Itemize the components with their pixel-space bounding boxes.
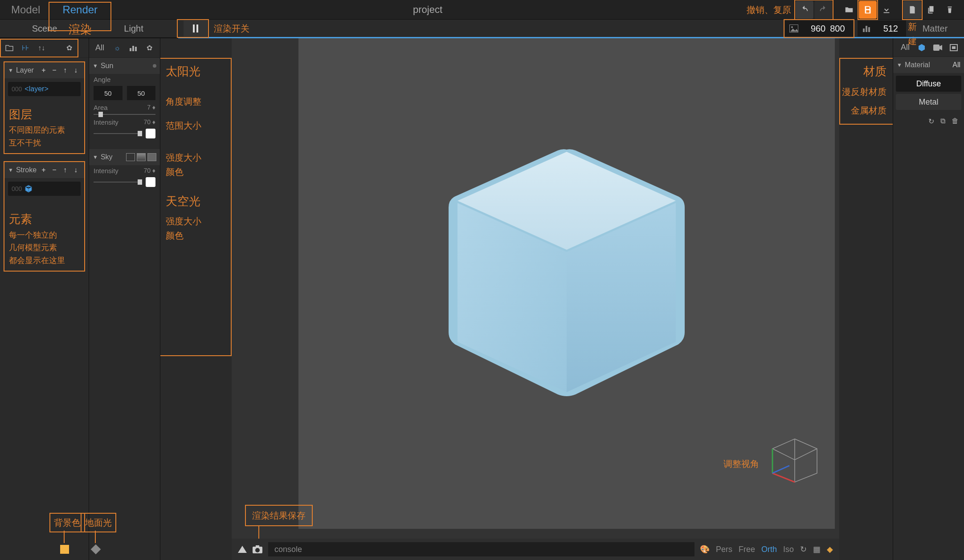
angle-label: Angle [94,76,155,83]
box-icon[interactable]: ◆ [827,544,833,554]
tab-model[interactable]: Model [0,0,51,19]
gizmo-annotation: 调整视角 [723,457,764,471]
view-iso[interactable]: Iso [783,545,794,554]
copy-button[interactable] [922,1,940,19]
console-input[interactable]: console [268,542,694,556]
view-pers[interactable]: Pers [716,545,732,554]
new-button[interactable] [903,1,921,19]
material-frame-button[interactable] [947,41,960,54]
save-button[interactable] [859,1,877,19]
material-cube-button[interactable] [915,41,928,54]
svg-rect-0 [193,24,195,32]
svg-line-11 [772,473,795,482]
layer-down-button[interactable]: ↓ [71,65,81,75]
svg-rect-4 [863,28,865,32]
chevron-down-icon: ▼ [93,154,98,160]
palette-icon[interactable]: 🎨 [700,544,710,554]
sun-intensity-label: Intensity [94,118,118,126]
delete-button[interactable] [941,1,959,19]
sky-color-chip[interactable] [146,177,155,187]
sky-mode-icons[interactable] [126,153,156,161]
sun-color-chip[interactable] [146,129,155,138]
image-size-control[interactable]: 960800 [785,20,853,37]
render-viewport[interactable]: 调整视角 [298,38,835,529]
sky-panel-header[interactable]: ▼ Sky [89,149,160,165]
material-diffuse[interactable]: Diffuse [896,76,961,92]
svg-point-15 [255,548,260,552]
light-bulb-button[interactable]: ☼ [110,41,124,55]
layer-remove-button[interactable]: − [49,65,59,75]
view-gizmo[interactable] [768,435,821,484]
undo-button[interactable] [796,1,813,19]
scene-folder-button[interactable] [3,41,16,55]
scene-hierarchy-button[interactable]: ⊦⊦ [19,41,32,55]
layer-panel-title: Layer [16,66,34,74]
svg-rect-14 [256,545,259,547]
stroke-item[interactable]: 000 [8,182,81,196]
svg-rect-8 [132,46,134,51]
image-icon [785,24,803,32]
svg-rect-5 [866,26,867,32]
cube-icon [25,185,33,193]
material-refresh-button[interactable]: ↻ [928,117,934,126]
sun-status-dot [153,64,156,68]
sky-intensity-slider[interactable] [94,182,142,183]
bg-color-chip[interactable] [60,545,69,554]
sun-title: Sun [101,62,113,70]
scene-sort-button[interactable]: ↑↓ [35,41,48,55]
svg-rect-18 [952,46,956,49]
ground-light-annotation: 地面光 [81,513,116,532]
render-pause-button[interactable] [184,20,208,37]
layer-item[interactable]: 000 <layer> [8,82,81,96]
scene-settings-button[interactable]: ✿ [62,41,76,55]
layer-add-button[interactable]: + [39,65,49,75]
camera-button[interactable] [252,545,263,554]
download-button[interactable] [878,1,895,19]
light-settings-button[interactable]: ✿ [143,41,156,55]
stroke-panel-title: Stroke [16,166,37,174]
area-slider[interactable] [94,114,155,115]
angle-b-input[interactable]: 50 [127,86,156,100]
ground-light-chip[interactable] [91,544,101,555]
stroke-down-button[interactable]: ↓ [71,165,81,175]
stroke-add-button[interactable]: + [39,165,49,175]
angle-a-input[interactable]: 50 [94,86,123,100]
stroke-up-button[interactable]: ↑ [60,165,70,175]
subtab-light[interactable]: Light [89,20,178,37]
material-panel-header[interactable]: ▼ Material All [893,57,964,73]
area-label: Area [94,104,108,111]
project-title: project [109,4,747,16]
tab-render[interactable]: Render [51,4,109,16]
bg-color-annotation: 背景色 [49,513,85,532]
expand-button[interactable] [238,546,247,553]
sun-panel-header[interactable]: ▼ Sun [89,58,160,74]
reset-view-icon[interactable]: ↻ [800,544,807,554]
view-orth[interactable]: Orth [761,545,777,554]
stroke-remove-button[interactable]: − [49,165,59,175]
material-filter-all[interactable]: All [952,61,960,69]
chevron-down-icon: ▼ [897,62,902,68]
layer-up-button[interactable]: ↑ [60,65,70,75]
samples-control[interactable]: 512 [858,20,906,37]
material-metal[interactable]: Metal [896,94,961,110]
view-free[interactable]: Free [739,545,755,554]
svg-rect-1 [196,24,198,32]
undo-redo-annotation: 撤销、复原 [747,3,791,17]
layer-panel-header[interactable]: ▼ Layer + − ↑ ↓ [4,62,84,78]
material-delete-button[interactable]: 🗑 [952,117,959,126]
layer-item-name: <layer> [25,85,48,93]
bars-icon [858,25,875,32]
grid-icon[interactable]: ▦ [813,544,821,554]
redo-button[interactable] [814,1,832,19]
light-bars-button[interactable] [127,41,140,55]
stroke-panel-header[interactable]: ▼ Stroke + − ↑ ↓ [4,162,84,178]
material-camera-button[interactable] [931,41,944,54]
sun-intensity-slider[interactable] [94,133,142,134]
sky-title: Sky [101,153,113,161]
material-panel-title: Material [905,61,930,69]
sky-intensity-label: Intensity [94,167,118,174]
svg-line-12 [772,466,789,473]
light-all-button[interactable]: All [92,41,108,55]
open-button[interactable] [840,1,858,19]
material-copy-button[interactable]: ⧉ [940,117,945,126]
